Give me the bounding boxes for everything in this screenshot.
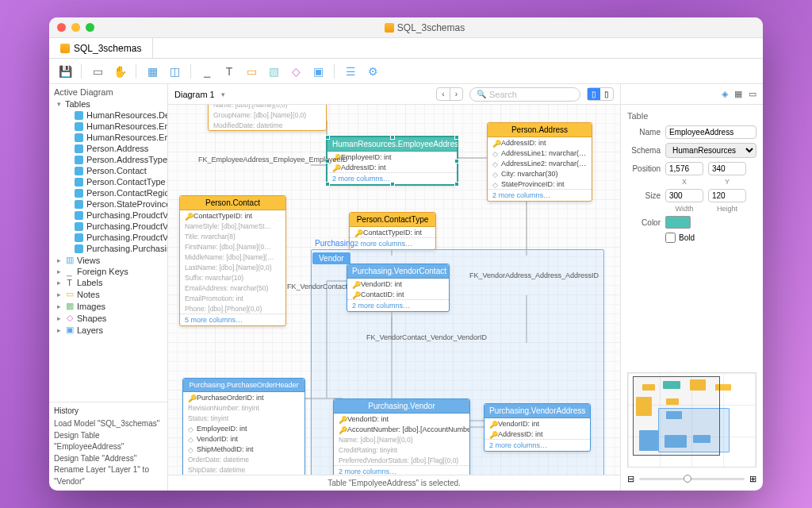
inspector: ◈ ▦ ▭ Table Name Schema HumanResources P… [620, 84, 763, 491]
sidebar-table-item[interactable]: Person.ContactRegion [49, 187, 167, 198]
sidebar-group-labels[interactable]: ▸TLabels [49, 277, 167, 288]
rel-label[interactable]: FK_VendorAddress_Address_AddressID [469, 271, 599, 279]
pointer-icon[interactable]: ▭ [90, 64, 105, 79]
entity-vendor[interactable]: Purchasing.Vendor 🔑VendorID: int 🔑Accoun… [333, 398, 470, 475]
sidebar-table-item[interactable]: Person.StateProvince [49, 198, 167, 210]
entity-vendoraddress[interactable]: Purchasing.VendorAddress 🔑VendorID: int … [484, 403, 591, 452]
foreignkey-icon[interactable]: ⎯ [199, 64, 215, 79]
color-swatch[interactable] [665, 216, 691, 229]
sidebar-table-item[interactable]: Purchasing.Purchasing… [49, 243, 167, 254]
note-icon[interactable]: ▭ [243, 64, 259, 79]
sidebar-table-item[interactable]: HumanResources.Emplo… [49, 132, 167, 143]
entity-contacttype[interactable]: Person.ContactType 🔑ContactTypeID: int 2… [349, 212, 436, 250]
sidebar-table-item[interactable]: Person.Address [49, 143, 167, 154]
sidebar-table-item[interactable]: Person.ContactType [49, 176, 167, 187]
save-icon[interactable]: 💾 [57, 64, 73, 79]
entity-vendorcontact[interactable]: Purchasing.VendorContact 🔑VendorID: int … [347, 264, 450, 312]
diagram-selector[interactable]: Diagram 1 [174, 90, 215, 99]
page-icon[interactable]: ▭ [749, 89, 756, 99]
hand-icon[interactable]: ✋ [112, 64, 128, 79]
pager[interactable]: ‹› [436, 87, 463, 101]
layer-icon[interactable]: ▣ [310, 64, 326, 79]
sidebar-table-item[interactable]: Purchasing.ProudctVen… [49, 210, 167, 221]
schema-select[interactable]: HumanResources [665, 143, 756, 158]
entity-poh[interactable]: Purchasing.PurchaseOrderHeader 🔑Purchase… [182, 378, 305, 475]
sidebar-group-images[interactable]: ▸▩Images [49, 300, 167, 312]
database-icon [60, 44, 70, 53]
history-item[interactable]: Design Table "Address" [54, 453, 163, 465]
toolbar: 💾 ▭ ✋ ▦ ◫ ⎯ T ▭ ▧ ◇ ▣ ☰ ⚙ [49, 59, 763, 84]
history-item[interactable]: Load Model "SQL_3schemas" [54, 418, 163, 430]
sidebar-group-layers[interactable]: ▸▣Layers [49, 324, 167, 336]
sidebar-table-item[interactable]: Purchasing.ProudctVen… [49, 221, 167, 232]
tab-document[interactable]: SQL_3schemas [49, 38, 153, 58]
view-toggle[interactable]: ▯▯ [587, 87, 614, 101]
sidebar-table-item[interactable]: HumanResources.Emplo… [49, 121, 167, 132]
pos-y-field[interactable] [708, 162, 746, 175]
canvas-toolbar: Diagram 1 ▾ ‹› 🔍 Search ▯▯ [168, 84, 620, 105]
sidebar: Active Diagram ▾Tables HumanResources.De… [49, 84, 168, 491]
search-input[interactable]: 🔍 Search [469, 87, 580, 102]
chevron-down-icon[interactable]: ▾ [221, 90, 225, 98]
image-icon[interactable]: ▧ [266, 64, 282, 79]
rel-label[interactable]: FK_EmployeeAddress_Employee_EmployeeID [198, 156, 348, 164]
rel-label[interactable]: FK_VendorContact_Vendor_VendorID [366, 333, 487, 341]
sidebar-table-item[interactable]: Person.Contact [49, 165, 167, 176]
close-icon[interactable] [57, 23, 66, 32]
pos-x-field[interactable] [665, 162, 703, 175]
sidebar-section-active: Active Diagram [49, 84, 167, 98]
sidebar-table-item[interactable]: HumanResources.Depa… [49, 110, 167, 121]
grid-icon[interactable]: ▦ [734, 89, 742, 99]
tab-label: SQL_3schemas [74, 43, 141, 54]
rel-label[interactable]: FK_VendorContact [287, 283, 347, 291]
inspector-section: Table [627, 111, 756, 121]
history-item[interactable]: Rename Layer "Layer 1" to "Vendor" [54, 464, 163, 487]
label-icon[interactable]: T [221, 64, 237, 79]
window-title: SQL_3schemas [94, 22, 755, 33]
name-field[interactable] [665, 125, 756, 139]
layer-group-label: Purchasing [312, 238, 357, 248]
zoom-slider[interactable]: ⊟ ⊞ [627, 474, 756, 484]
width-field[interactable] [665, 189, 703, 202]
autolayout-icon[interactable]: ⚙ [365, 64, 381, 79]
zoom-in-icon[interactable]: ⊞ [749, 474, 756, 484]
minimap[interactable] [627, 372, 756, 468]
window-title-text: SQL_3schemas [397, 22, 465, 33]
status-bar: Table "EmpolyeeAddress" is selected. [168, 475, 620, 491]
entity-personcontact[interactable]: Person.Contact 🔑ContactTypeID: int NameS… [179, 195, 286, 326]
app-window: SQL_3schemas SQL_3schemas 💾 ▭ ✋ ▦ ◫ ⎯ T … [49, 17, 763, 491]
sidebar-group-shapes[interactable]: ▸◇Shapes [49, 312, 167, 324]
sidebar-table-item[interactable]: Person.AddressType [49, 154, 167, 165]
zoom-icon[interactable] [86, 23, 94, 32]
tree-tables[interactable]: ▾Tables [49, 98, 167, 110]
arrange-icon[interactable]: ☰ [343, 64, 358, 79]
layer-tag[interactable]: Vendor [312, 252, 350, 264]
view-icon[interactable]: ◫ [167, 64, 182, 79]
sidebar-group-foreignkeys[interactable]: ▸⎯Foreign Keys [49, 266, 167, 277]
entity-clipped[interactable]: Name: [dbo].[Name](0,0) GroupName: [dbo]… [208, 105, 327, 131]
sidebar-table-item[interactable]: Purchasing.ProudctVen… [49, 232, 167, 243]
minimize-icon[interactable] [71, 23, 80, 32]
diagram-canvas[interactable]: Name: [dbo].[Name](0,0) GroupName: [dbo]… [168, 105, 620, 475]
bold-checkbox[interactable] [665, 233, 676, 243]
cube-icon[interactable]: ◈ [722, 89, 728, 99]
zoom-out-icon[interactable]: ⊟ [627, 474, 634, 484]
tabstrip: SQL_3schemas [49, 38, 763, 59]
search-icon: 🔍 [477, 90, 486, 98]
table-icon[interactable]: ▦ [144, 64, 160, 79]
titlebar: SQL_3schemas [49, 17, 763, 38]
history-label: History [54, 406, 163, 418]
window-controls [57, 23, 94, 32]
history-item[interactable]: Design Table "EmployeeAddress" [54, 430, 163, 453]
sidebar-group-views[interactable]: ▸▥Views [49, 254, 167, 266]
entity-personaddress[interactable]: Person.Address 🔑AddressID: int ◇AddressL… [487, 122, 592, 202]
history-panel: History Load Model "SQL_3schemas"Design … [49, 402, 167, 491]
shape-icon[interactable]: ◇ [288, 64, 304, 79]
sidebar-group-notes[interactable]: ▸▭Notes [49, 288, 167, 300]
database-icon [385, 23, 394, 33]
height-field[interactable] [708, 189, 746, 202]
